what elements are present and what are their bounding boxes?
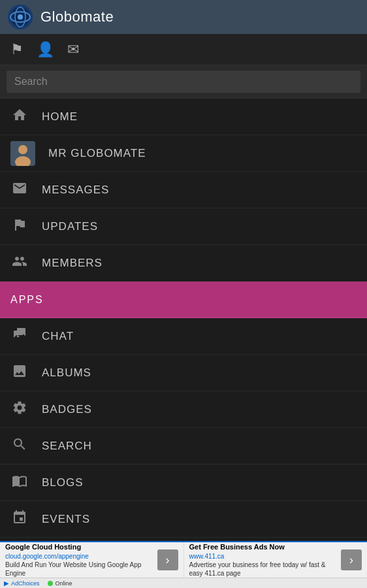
action-bar: ⚑ 👤 ✉ [0,34,367,65]
ad-text-1: Google Cloud Hosting cloud.google.com/ap… [5,542,152,577]
sidebar-item-events[interactable]: EVENTS [0,501,367,538]
search-icon [10,436,29,456]
search-container [0,65,367,99]
sidebar-item-chat[interactable]: CHAT [0,318,367,355]
sidebar-item-label: MESSAGES [42,184,109,197]
app-logo [8,5,33,29]
messages-icon [10,180,29,200]
albums-icon [10,363,29,383]
sidebar-item-label: CHAT [42,330,74,343]
sidebar-item-label: MEMBERS [42,257,103,270]
home-icon [10,107,29,127]
app-title: Globomate [40,8,114,25]
sidebar-item-label: APPS [10,294,44,306]
ad-content: Google Cloud Hosting cloud.google.com/ap… [0,542,367,578]
sidebar-item-label: MR GLOBOMATE [48,147,146,160]
ad-choices-icon: ▶ [4,580,8,587]
sidebar-item-label: ALBUMS [42,367,91,380]
menu-list: HOME MR GLOBOMATE MESSAGES UPDATES MEMBE… [0,99,367,574]
sidebar-item-label: BLOGS [42,476,84,489]
ad-arrow-1[interactable]: › [157,549,178,570]
ad-desc-1: Build And Run Your Website Using Google … [5,561,152,578]
sidebar-item-apps[interactable]: APPS [0,282,367,318]
sidebar-item-label: BADGES [42,403,92,416]
badges-icon [10,400,29,419]
sidebar-item-members[interactable]: MEMBERS [0,245,367,282]
sidebar-item-label: HOME [42,110,78,123]
ad-footer: ▶ AdChoices Online [0,578,367,588]
ad-title-1: Google Cloud Hosting [5,542,152,551]
sidebar-item-home[interactable]: HOME [0,99,367,135]
ad-banner: Google Cloud Hosting cloud.google.com/ap… [0,541,367,588]
sidebar-item-label: SEARCH [42,440,92,453]
ad-desc-2: Advertise your business for free today w… [189,561,336,578]
ad-url-2: www.411.ca [189,552,336,561]
ad-block-1[interactable]: Google Cloud Hosting cloud.google.com/ap… [0,542,184,578]
ad-url-1: cloud.google.com/appengine [5,552,152,561]
sidebar-item-mr-globomate[interactable]: MR GLOBOMATE [0,135,367,172]
online-label: Online [56,580,72,587]
online-dot [48,581,53,586]
ad-title-2: Get Free Business Ads Now [189,542,336,551]
sidebar-item-albums[interactable]: ALBUMS [0,355,367,391]
chat-icon [10,327,29,346]
members-icon [10,253,29,273]
sidebar-item-badges[interactable]: BADGES [0,391,367,428]
updates-icon [10,217,29,237]
flag-icon[interactable]: ⚑ [10,41,24,58]
sidebar-item-blogs[interactable]: BLOGS [0,465,367,501]
avatar [10,141,35,166]
svg-point-4 [18,14,23,20]
sidebar-item-messages[interactable]: MESSAGES [0,172,367,208]
sidebar-item-search[interactable]: SEARCH [0,428,367,465]
ad-choices-label[interactable]: AdChoices [11,580,40,587]
blogs-icon [10,473,29,493]
ad-block-2[interactable]: Get Free Business Ads Now www.411.ca Adv… [184,542,368,578]
sidebar-item-updates[interactable]: UPDATES [0,208,367,245]
svg-rect-8 [17,328,25,335]
sidebar-item-label: UPDATES [42,220,98,233]
search-input[interactable] [7,71,360,93]
app-bar: Globomate [0,0,367,34]
svg-point-6 [18,145,27,154]
sidebar-item-label: EVENTS [42,513,90,526]
events-icon [10,510,29,529]
ad-arrow-2[interactable]: › [341,549,362,570]
person-icon[interactable]: 👤 [37,41,54,58]
ad-text-2: Get Free Business Ads Now www.411.ca Adv… [189,542,336,577]
mail-icon[interactable]: ✉ [67,41,79,58]
